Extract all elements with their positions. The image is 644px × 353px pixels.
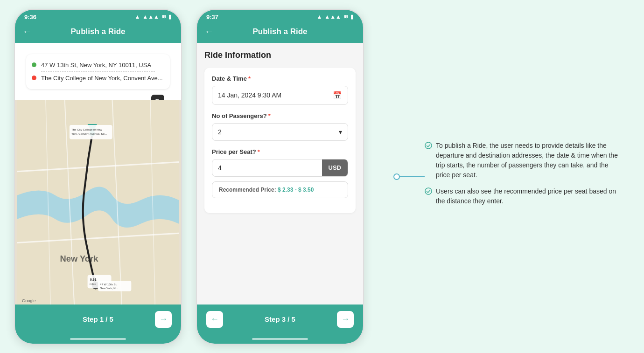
map-area: 0.91 miles The City College of New York,… <box>15 100 181 305</box>
time-1: 9:36 <box>24 14 36 21</box>
check-icon-2 <box>425 187 432 196</box>
svg-point-22 <box>425 188 432 194</box>
signal-icon-2: ▲▲▲ <box>324 14 341 20</box>
price-value[interactable]: 4 <box>212 159 322 176</box>
app-header-2: ← Publish a Ride <box>197 22 363 43</box>
ride-info-title: Ride Information <box>204 50 356 60</box>
home-bar-2 <box>252 338 308 340</box>
info-card: Date & Time * 14 Jan, 2024 9:30 AM 📅 No … <box>204 68 356 213</box>
svg-point-21 <box>425 142 432 149</box>
back-button-footer-2[interactable]: ← <box>206 311 223 328</box>
home-indicator-2 <box>197 334 363 344</box>
passengers-value: 2 <box>218 128 222 136</box>
to-dot <box>32 76 36 80</box>
svg-text:47 W 13th St,: 47 W 13th St, <box>100 283 117 286</box>
price-input-row: 4 USD <box>212 159 348 177</box>
location-icon-1: ▲ <box>134 14 140 20</box>
location-bar: 47 W 13th St, New York, NY 10011, USA Th… <box>26 54 170 89</box>
header-title-1: Publish a Ride <box>70 27 125 36</box>
datetime-input[interactable]: 14 Jan, 2024 9:30 AM 📅 <box>212 86 348 105</box>
phone-2: 9:37 ▲ ▲▲▲ ≋ ▮ ← Publish a Ride Ride Inf… <box>196 9 364 345</box>
annotation-item-1: To publish a Ride, the user needs to pro… <box>425 141 621 180</box>
annotation-area: To publish a Ride, the user needs to pro… <box>378 141 630 213</box>
phone-footer-1: Step 1 / 5 → <box>15 305 181 334</box>
next-button-2[interactable]: → <box>337 311 354 328</box>
passengers-required: * <box>268 112 271 119</box>
svg-text:miles: miles <box>90 282 96 285</box>
wifi-icon-2: ≋ <box>343 14 348 20</box>
recommended-price: Recommended Price: $ 2.33 - $ 3.50 <box>212 181 348 198</box>
ride-info-content: Ride Information Date & Time * 14 Jan, 2… <box>197 43 363 305</box>
svg-text:Google: Google <box>22 298 36 303</box>
chevron-down-icon: ▾ <box>339 128 342 136</box>
passengers-group: No of Passengers? * 2 ▾ <box>212 112 348 141</box>
home-indicator-1 <box>15 334 181 344</box>
back-button-1[interactable]: ← <box>22 26 32 37</box>
location-icon-2: ▲ <box>316 14 322 20</box>
home-bar-1 <box>70 338 126 340</box>
svg-text:New York, N...: New York, N... <box>100 286 118 290</box>
calendar-icon: 📅 <box>333 91 342 100</box>
step-label-2: Step 3 / 5 <box>265 315 295 323</box>
app-header-1: ← Publish a Ride <box>15 22 181 43</box>
svg-text:The City College of New: The City College of New <box>71 128 102 131</box>
status-bar-1: 9:36 ▲ ▲▲▲ ≋ ▮ <box>15 10 181 22</box>
svg-text:York, Convent Avenue, Ne...: York, Convent Avenue, Ne... <box>71 132 107 135</box>
status-bar-2: 9:37 ▲ ▲▲▲ ≋ ▮ <box>197 10 363 22</box>
passengers-select[interactable]: 2 ▾ <box>212 123 348 141</box>
wifi-icon-1: ≋ <box>161 14 166 20</box>
datetime-label: Date & Time * <box>212 75 348 82</box>
price-required: * <box>258 148 260 155</box>
signal-icon-1: ▲▲▲ <box>142 14 159 20</box>
from-address: 47 W 13th St, New York, NY 10011, USA <box>41 62 151 69</box>
currency-badge: USD <box>322 159 348 176</box>
datetime-required: * <box>248 75 251 82</box>
back-button-2[interactable]: ← <box>204 26 214 37</box>
datetime-group: Date & Time * 14 Jan, 2024 9:30 AM 📅 <box>212 75 348 105</box>
check-icon-1 <box>425 142 432 151</box>
annotation-content: To publish a Ride, the user needs to pro… <box>425 141 621 213</box>
to-address: The City College of New York, Convent Av… <box>41 75 163 82</box>
connector-dot <box>393 173 400 180</box>
next-button-1[interactable]: → <box>155 311 172 328</box>
svg-text:New York: New York <box>60 254 99 263</box>
passengers-label: No of Passengers? * <box>212 112 348 119</box>
battery-icon-2: ▮ <box>350 14 354 20</box>
annotation-text-2: Users can also see the recommended price… <box>436 187 621 206</box>
svg-text:0.91: 0.91 <box>90 278 97 282</box>
datetime-value: 14 Jan, 2024 9:30 AM <box>218 91 281 99</box>
location-bar-wrapper: 47 W 13th St, New York, NY 10011, USA Th… <box>21 48 175 95</box>
connector-line <box>397 176 425 177</box>
from-dot <box>32 62 36 67</box>
annotation-text-1: To publish a Ride, the user needs to pro… <box>436 141 621 180</box>
location-from[interactable]: 47 W 13th St, New York, NY 10011, USA <box>32 59 164 71</box>
time-2: 9:37 <box>206 14 218 21</box>
annotation-item-2: Users can also see the recommended price… <box>425 187 621 206</box>
step-label-1: Step 1 / 5 <box>83 315 113 323</box>
price-group: Price per Seat? * 4 USD Recommended Pric… <box>212 148 348 198</box>
status-icons-2: ▲ ▲▲▲ ≋ ▮ <box>316 14 354 20</box>
phone-1: 9:36 ▲ ▲▲▲ ≋ ▮ ← Publish a Ride 47 W 13t… <box>14 9 182 345</box>
phone-footer-2: ← Step 3 / 5 → <box>197 305 363 334</box>
battery-icon-1: ▮ <box>168 14 172 20</box>
price-label: Price per Seat? * <box>212 148 348 155</box>
status-icons-1: ▲ ▲▲▲ ≋ ▮ <box>134 14 172 20</box>
header-title-2: Publish a Ride <box>252 27 307 36</box>
location-to[interactable]: The City College of New York, Convent Av… <box>32 72 164 84</box>
